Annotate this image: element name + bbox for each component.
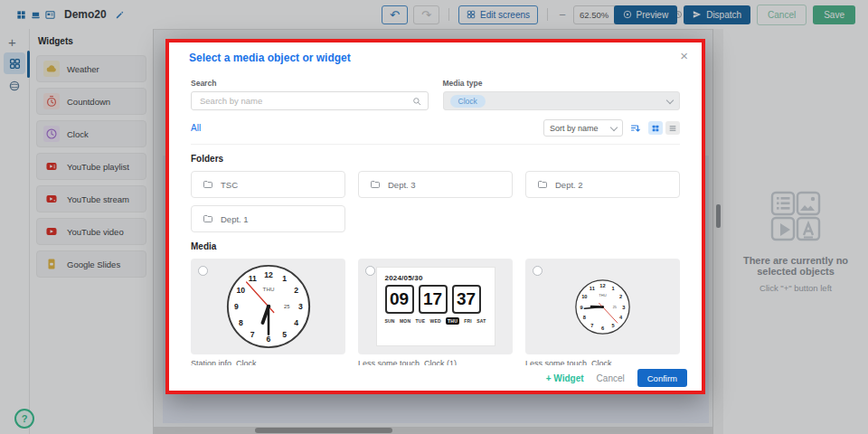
modal-footer: + Widget Cancel Confirm xyxy=(169,365,702,391)
svg-text:11: 11 xyxy=(248,274,256,283)
svg-text:2: 2 xyxy=(294,286,298,295)
svg-text:1: 1 xyxy=(282,274,287,283)
filter-all-link[interactable]: All xyxy=(191,123,201,133)
media-item-name: Less some touch_Clock (1) xyxy=(358,359,513,365)
folder-icon xyxy=(203,213,213,224)
svg-text:10: 10 xyxy=(236,286,245,295)
svg-text:8: 8 xyxy=(238,318,242,327)
folders-header: Folders xyxy=(191,154,680,164)
day-label: MON xyxy=(400,318,410,324)
svg-text:25: 25 xyxy=(613,306,617,309)
svg-text:5: 5 xyxy=(612,322,615,327)
day-label: SUN xyxy=(385,318,395,324)
folders-grid: TSCDept. 3Dept. 2Dept. 1 xyxy=(191,171,680,232)
media-type-label: Media type xyxy=(443,79,681,88)
svg-text:5: 5 xyxy=(282,330,287,339)
select-media-modal: Select a media object or widget × Search… xyxy=(165,39,705,394)
svg-text:4: 4 xyxy=(294,318,298,327)
media-type-chip: Clock xyxy=(450,95,486,108)
media-thumbnail[interactable]: 121234567891011THU25 xyxy=(525,259,680,354)
analog-clock-face: 121234567891011THU25 xyxy=(225,263,312,350)
sort-view-controls: Sort by name xyxy=(543,119,680,137)
media-item-name: Less some touch_Clock xyxy=(525,359,680,365)
digital-minutes: 17 xyxy=(419,285,448,314)
grid-view-button[interactable] xyxy=(648,121,663,135)
digital-clock-time: 09 17 37 xyxy=(385,285,486,314)
sort-descending-icon xyxy=(630,123,641,134)
folder-card-tsc[interactable]: TSC xyxy=(191,171,345,198)
sort-select[interactable]: Sort by name xyxy=(543,119,623,137)
media-thumbnail[interactable]: 2024/05/30 09 17 37 SUNMONTUEWEDTHUFRISA… xyxy=(358,259,513,354)
modal-title: Select a media object or widget xyxy=(189,52,351,64)
media-thumbnail[interactable]: 121234567891011THU25 xyxy=(191,259,345,354)
svg-text:6: 6 xyxy=(266,335,270,344)
day-label: FRI xyxy=(464,318,472,324)
filter-row: Search Media type Clock xyxy=(191,79,680,110)
radio-button[interactable] xyxy=(365,266,375,276)
media-card[interactable]: 121234567891011THU25 Station info_Clock xyxy=(191,259,345,365)
svg-text:10: 10 xyxy=(581,293,587,298)
chevron-down-icon xyxy=(610,123,618,130)
svg-text:9: 9 xyxy=(580,304,583,309)
media-header: Media xyxy=(191,241,680,251)
search-input-box xyxy=(191,91,429,110)
search-input[interactable] xyxy=(198,95,412,107)
folder-card-dept-2[interactable]: Dept. 2 xyxy=(525,171,680,198)
day-label: SAT xyxy=(476,318,486,324)
modal-cancel-button[interactable]: Cancel xyxy=(597,373,625,383)
folder-card-dept-1[interactable]: Dept. 1 xyxy=(191,205,345,232)
svg-text:7: 7 xyxy=(590,322,593,327)
digital-hours: 09 xyxy=(385,285,414,314)
modal-body: Search Media type Clock All xyxy=(169,73,702,365)
digital-clock-date: 2024/05/30 xyxy=(385,274,486,282)
media-card[interactable]: 121234567891011THU25 Less some touch_Clo… xyxy=(525,259,680,365)
day-label: WED xyxy=(429,318,440,324)
folder-icon xyxy=(203,179,213,190)
svg-text:12: 12 xyxy=(264,270,273,279)
digital-clock-preview: 2024/05/30 09 17 37 SUNMONTUEWEDTHUFRISA… xyxy=(377,268,495,345)
sort-direction-button[interactable] xyxy=(630,123,641,134)
folder-icon xyxy=(537,179,548,190)
svg-text:8: 8 xyxy=(583,315,586,320)
chevron-down-icon xyxy=(666,96,674,103)
svg-text:3: 3 xyxy=(622,304,625,309)
close-icon[interactable]: × xyxy=(680,49,688,62)
folder-icon xyxy=(370,179,381,190)
media-type-field-group: Media type Clock xyxy=(443,79,681,110)
svg-text:11: 11 xyxy=(590,286,595,291)
search-label: Search xyxy=(191,79,429,88)
radio-button[interactable] xyxy=(198,266,208,276)
search-icon xyxy=(412,97,421,106)
analog-clock-preview: 121234567891011THU25 xyxy=(574,278,631,335)
folder-card-dept-3[interactable]: Dept. 3 xyxy=(358,171,513,198)
analog-clock-face: 121234567891011THU25 xyxy=(574,278,631,335)
svg-text:7: 7 xyxy=(250,330,254,339)
svg-text:THU: THU xyxy=(262,286,274,292)
svg-text:2: 2 xyxy=(619,293,622,298)
digital-seconds: 37 xyxy=(452,285,481,314)
media-type-select[interactable]: Clock xyxy=(443,91,681,110)
analog-clock-preview: 121234567891011THU25 xyxy=(225,263,312,350)
svg-text:THU: THU xyxy=(599,293,606,297)
day-label: TUE xyxy=(416,318,426,324)
add-widget-link[interactable]: + Widget xyxy=(546,373,584,383)
list-view-button[interactable] xyxy=(665,121,680,135)
svg-text:6: 6 xyxy=(601,325,604,330)
day-label: THU xyxy=(446,317,459,325)
modal-header: Select a media object or widget × xyxy=(169,42,702,73)
svg-text:1: 1 xyxy=(612,286,615,291)
list-view-icon xyxy=(668,124,677,133)
search-field-group: Search xyxy=(191,79,429,110)
list-controls-row: All Sort by name xyxy=(191,119,680,145)
svg-text:9: 9 xyxy=(234,302,239,311)
confirm-button[interactable]: Confirm xyxy=(637,369,687,387)
media-card[interactable]: 2024/05/30 09 17 37 SUNMONTUEWEDTHUFRISA… xyxy=(358,259,513,365)
svg-text:25: 25 xyxy=(283,304,288,309)
svg-text:3: 3 xyxy=(298,302,303,311)
radio-button[interactable] xyxy=(533,266,542,276)
view-toggle-group xyxy=(648,121,680,135)
digital-clock-days: SUNMONTUEWEDTHUFRISAT xyxy=(385,317,486,325)
media-item-name: Station info_Clock xyxy=(191,359,345,365)
grid-view-icon xyxy=(651,124,660,133)
media-grid: 121234567891011THU25 Station info_Clock … xyxy=(191,259,680,365)
